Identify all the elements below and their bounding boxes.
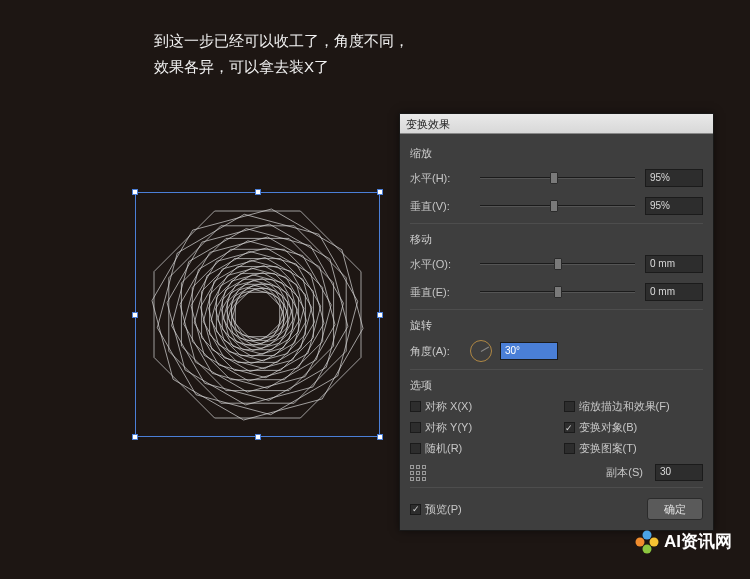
scale-strokes-checkbox[interactable]: 缩放描边和效果(F) <box>564 399 704 414</box>
scale-horizontal-label: 水平(H): <box>410 171 470 186</box>
svg-marker-5 <box>172 229 344 401</box>
svg-marker-8 <box>184 241 331 388</box>
move-horizontal-label: 水平(O): <box>410 257 470 272</box>
angle-label: 角度(A): <box>410 344 470 359</box>
move-horizontal-value[interactable]: 0 mm <box>645 255 703 273</box>
move-vertical-slider[interactable] <box>480 285 635 299</box>
copies-label: 副本(S) <box>606 465 643 480</box>
rotate-section-title: 旋转 <box>410 318 703 333</box>
divider <box>410 487 703 488</box>
reflect-x-label: 对称 X(X) <box>425 399 472 414</box>
random-label: 随机(R) <box>425 441 462 456</box>
svg-marker-14 <box>203 260 311 368</box>
svg-marker-10 <box>191 248 324 381</box>
svg-marker-13 <box>201 258 315 372</box>
watermark-text: AI资讯网 <box>664 530 732 553</box>
reference-point-grid[interactable] <box>410 465 426 481</box>
scale-section-title: 缩放 <box>410 146 703 161</box>
divider <box>410 223 703 224</box>
transform-patterns-label: 变换图案(T) <box>579 441 637 456</box>
scale-horizontal-value[interactable]: 95% <box>645 169 703 187</box>
svg-marker-30 <box>235 292 279 336</box>
tutorial-caption: 到这一步已经可以收工了，角度不同， 效果各异，可以拿去装X了 <box>154 28 409 80</box>
transform-patterns-checkbox[interactable]: 变换图案(T) <box>564 441 704 456</box>
svg-marker-29 <box>232 289 282 339</box>
reflect-y-label: 对称 Y(Y) <box>425 420 472 435</box>
svg-marker-9 <box>192 249 322 379</box>
svg-marker-6 <box>181 238 333 390</box>
angle-value[interactable]: 30° <box>500 342 558 360</box>
preview-checkbox[interactable]: ✓预览(P) <box>410 502 462 517</box>
divider <box>410 309 703 310</box>
svg-marker-7 <box>180 237 335 392</box>
preview-label: 预览(P) <box>425 502 462 517</box>
spirograph-artwork <box>135 192 380 437</box>
scale-vertical-value[interactable]: 95% <box>645 197 703 215</box>
svg-marker-3 <box>169 226 346 403</box>
transform-effect-dialog: 变换效果 缩放 水平(H): 95% 垂直(V): 95% 移动 水平(O): … <box>399 113 714 531</box>
move-vertical-label: 垂直(E): <box>410 285 470 300</box>
svg-marker-11 <box>194 251 320 377</box>
copies-value[interactable]: 30 <box>655 464 703 481</box>
scale-vertical-slider[interactable] <box>480 199 635 213</box>
svg-marker-17 <box>211 268 304 361</box>
svg-marker-4 <box>167 224 348 405</box>
angle-dial[interactable] <box>470 340 492 362</box>
svg-marker-26 <box>228 285 287 344</box>
scale-vertical-label: 垂直(V): <box>410 199 470 214</box>
ok-button[interactable]: 确定 <box>647 498 703 520</box>
options-section-title: 选项 <box>410 378 703 393</box>
scale-strokes-label: 缩放描边和效果(F) <box>579 399 670 414</box>
svg-marker-20 <box>218 275 298 355</box>
scale-horizontal-slider[interactable] <box>480 171 635 185</box>
reflect-y-checkbox[interactable]: 对称 Y(Y) <box>410 420 550 435</box>
random-checkbox[interactable]: 随机(R) <box>410 441 550 456</box>
transform-objects-label: 变换对象(B) <box>579 420 638 435</box>
divider <box>410 369 703 370</box>
svg-marker-0 <box>154 211 361 418</box>
svg-marker-19 <box>216 273 300 357</box>
svg-marker-2 <box>157 214 357 414</box>
caption-line-2: 效果各异，可以拿去装X了 <box>154 54 409 80</box>
svg-marker-1 <box>152 209 363 420</box>
watermark: AI资讯网 <box>636 530 732 553</box>
transform-objects-checkbox[interactable]: ✓变换对象(B) <box>564 420 704 435</box>
move-horizontal-slider[interactable] <box>480 257 635 271</box>
watermark-icon <box>636 531 658 553</box>
caption-line-1: 到这一步已经可以收工了，角度不同， <box>154 28 409 54</box>
artboard-selection[interactable] <box>135 192 380 437</box>
svg-marker-16 <box>209 266 307 364</box>
move-vertical-value[interactable]: 0 mm <box>645 283 703 301</box>
dialog-title[interactable]: 变换效果 <box>400 114 713 134</box>
move-section-title: 移动 <box>410 232 703 247</box>
reflect-x-checkbox[interactable]: 对称 X(X) <box>410 399 550 414</box>
